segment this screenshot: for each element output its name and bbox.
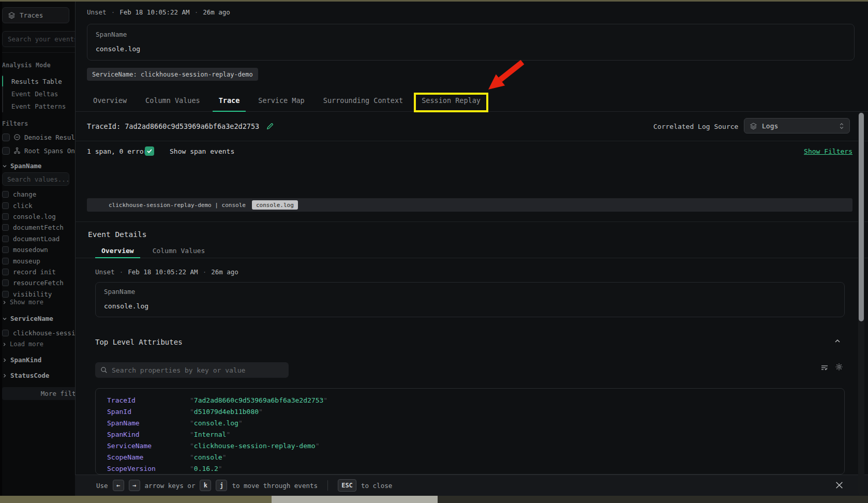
attributes-search-input[interactable] — [112, 366, 283, 374]
tab-service-map[interactable]: Service Map — [252, 89, 310, 111]
value-row-resourcefetch[interactable]: resourceFetch — [2, 277, 75, 288]
footer-divider — [327, 480, 328, 491]
filter-group-spanname[interactable]: SpanName — [2, 162, 41, 170]
sidebar-divider — [2, 52, 75, 53]
show-more-link[interactable]: Show more — [2, 299, 43, 306]
show-span-events-checkbox[interactable] — [145, 146, 154, 156]
close-icon[interactable] — [835, 481, 844, 490]
correlated-log-source-label: Correlated Log Source — [653, 123, 738, 130]
tab-overview[interactable]: Overview — [87, 89, 133, 111]
value-row-documentfetch[interactable]: documentFetch — [2, 222, 75, 233]
spanname-values-placeholder: Search values... — [7, 175, 69, 183]
more-filters-button[interactable]: More filters — [2, 387, 75, 400]
value-row-documentload[interactable]: documentLoad — [2, 233, 75, 244]
status-text: Unset — [95, 268, 115, 276]
event-details-tab-bar: Overview Column Values — [75, 244, 868, 258]
bottom-edge-segment — [0, 496, 272, 503]
value-row-record-init[interactable]: record init — [2, 267, 75, 277]
table-row[interactable]: SpanNameconsole.log — [96, 417, 844, 428]
event-details-title: Event Details — [88, 230, 147, 239]
events-search-input[interactable]: Search your events... — [2, 31, 75, 47]
checkbox[interactable] — [2, 235, 9, 242]
checkbox[interactable] — [2, 291, 9, 298]
timestamp: Feb 18 10:05:22 AM — [119, 8, 189, 16]
table-row[interactable]: SpanIdd51079d4eb11b080 — [96, 406, 844, 417]
value-row-change[interactable]: change — [2, 189, 75, 200]
tab-trace[interactable]: Trace — [213, 89, 246, 111]
kbd-arrow-left: ← — [113, 480, 124, 491]
analysis-mode-nav: Results Table Event Deltas Event Pattern… — [2, 75, 69, 112]
analysis-mode-label: Analysis Mode — [2, 62, 51, 69]
layers-icon — [750, 122, 757, 130]
value-row-mouseup[interactable]: mouseup — [2, 255, 75, 266]
denoise-checkbox[interactable] — [2, 134, 10, 141]
source-select[interactable]: Traces — [2, 7, 69, 23]
show-span-events-label[interactable]: Show span events — [170, 147, 234, 155]
nav-item-results-table[interactable]: Results Table — [3, 75, 69, 87]
checkbox[interactable] — [2, 202, 9, 209]
root-spans-toggle[interactable]: Root Spans Only — [2, 145, 75, 156]
kbd-k: k — [200, 480, 211, 491]
ed-tab-overview[interactable]: Overview — [95, 244, 140, 258]
sidebar: Traces Search your events... Analysis Mo… — [2, 2, 75, 496]
tab-column-values[interactable]: Column Values — [139, 89, 206, 111]
spanname-value-list: change click console.log documentFetch d… — [2, 189, 75, 300]
scrollbar-thumb[interactable] — [859, 113, 864, 321]
divider — [75, 141, 868, 141]
trace-span-label: clickhouse-session-replay-demo | console — [109, 202, 246, 209]
filter-group-statuscode[interactable]: StatusCode — [2, 372, 49, 379]
checkbox[interactable] — [2, 269, 9, 275]
value-row-visibility[interactable]: visibility — [2, 289, 75, 300]
checkbox[interactable] — [2, 224, 9, 231]
timestamp: Feb 18 10:05:22 AM — [128, 268, 198, 276]
checkbox[interactable] — [2, 330, 9, 336]
table-row[interactable]: ScopeNameconsole — [96, 451, 844, 463]
filter-group-spankind[interactable]: SpanKind — [2, 356, 41, 364]
value-row-console-log[interactable]: console.log — [2, 211, 75, 222]
log-source-select[interactable]: Logs — [744, 118, 850, 134]
checkbox[interactable] — [2, 213, 9, 220]
checkbox[interactable] — [2, 279, 9, 286]
nav-item-event-deltas[interactable]: Event Deltas — [3, 87, 69, 100]
relative-time: 26m ago — [211, 268, 238, 276]
chevron-right-icon — [2, 342, 7, 347]
status-text: Unset — [87, 8, 107, 16]
collapse-chevron-up-icon[interactable] — [834, 337, 841, 345]
table-row[interactable]: ScopeVersion0.16.2 — [96, 463, 844, 474]
filters-label: Filters — [2, 120, 28, 127]
spanname-values-search-input[interactable]: Search values... — [2, 172, 69, 186]
filter-group-servicename[interactable]: ServiceName — [2, 315, 53, 322]
denoise-results-toggle[interactable]: Denoise Results — [2, 131, 75, 143]
checkbox[interactable] — [2, 258, 9, 264]
attributes-search[interactable] — [95, 362, 289, 378]
wrap-lines-icon[interactable] — [820, 363, 829, 372]
divider — [75, 221, 868, 222]
trace-span-bar[interactable]: clickhouse-session-replay-demo | console… — [87, 198, 852, 212]
service-name-badge[interactable]: ServiceName: clickhouse-session-replay-d… — [87, 68, 258, 81]
select-updown-icon — [839, 122, 844, 130]
table-row[interactable]: TraceId7ad2ad8660c9d53969a6bf6a3e2d2753 — [96, 394, 844, 406]
source-select-label: Traces — [20, 11, 43, 19]
nav-item-event-patterns[interactable]: Event Patterns — [3, 100, 69, 112]
event-meta-line: Unset · Feb 18 10:05:22 AM · 26m ago — [95, 268, 238, 276]
event-meta-line: Unset · Feb 18 10:05:22 AM · 26m ago — [87, 8, 230, 16]
edit-pencil-icon[interactable] — [266, 123, 274, 130]
checkbox[interactable] — [2, 246, 9, 253]
value-row-mousedown[interactable]: mousedown — [2, 244, 75, 255]
value-row-service[interactable]: clickhouse-session-replay-demo — [2, 328, 75, 338]
tab-surrounding-context[interactable]: Surrounding Context — [317, 89, 409, 111]
denoise-label: Denoise Results — [24, 134, 75, 141]
kbd-arrow-right: → — [129, 480, 140, 491]
checkbox[interactable] — [2, 191, 9, 198]
load-more-link[interactable]: Load more — [2, 341, 43, 348]
chevron-right-icon — [2, 300, 7, 305]
trace-id-line: TraceId: 7ad2ad8660c9d53969a6bf6a3e2d275… — [87, 122, 274, 130]
ed-tab-column-values[interactable]: Column Values — [146, 244, 212, 258]
table-row[interactable]: ServiceNameclickhouse-session-replay-dem… — [96, 440, 844, 451]
show-filters-link[interactable]: Show Filters — [791, 147, 852, 155]
table-row[interactable]: SpanKindInternal — [96, 428, 844, 440]
value-row-click[interactable]: click — [2, 200, 75, 211]
gear-icon[interactable] — [835, 363, 843, 371]
root-spans-checkbox[interactable] — [2, 147, 10, 155]
bottom-edge-segment — [272, 496, 438, 503]
